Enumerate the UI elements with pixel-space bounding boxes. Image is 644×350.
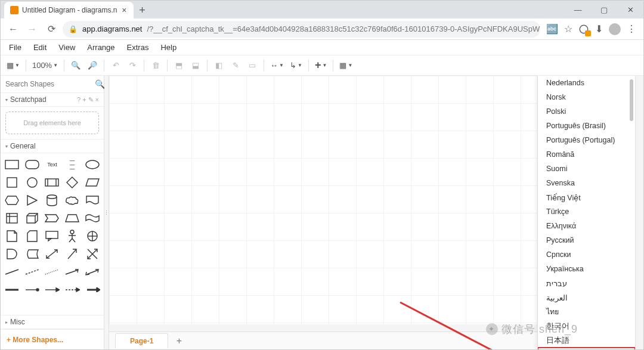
shape-line-dashed[interactable] (23, 264, 41, 280)
shape-or[interactable] (83, 228, 101, 244)
shape-actor[interactable] (63, 228, 81, 244)
reload-button[interactable]: ⟳ (44, 21, 59, 37)
close-tab-icon[interactable]: × (120, 7, 128, 14)
zoom-dropdown[interactable]: 100%▼ (30, 58, 60, 73)
menu-view[interactable]: View (54, 41, 80, 54)
to-front-button[interactable]: ⬒ (171, 58, 187, 73)
shape-step[interactable] (44, 210, 61, 226)
shape-cloud[interactable] (63, 193, 81, 208)
help-icon[interactable]: ? (77, 96, 80, 103)
shape-and[interactable] (3, 246, 21, 262)
shape-square[interactable] (3, 175, 21, 190)
new-tab-button[interactable]: + (134, 2, 150, 18)
undo-button[interactable]: ↶ (108, 58, 123, 73)
shape-arrow-thin[interactable] (63, 264, 81, 280)
shape-internal[interactable] (3, 210, 21, 226)
shape-textbox[interactable]: ━━━━━━ (63, 157, 81, 172)
delete-button[interactable]: 🗑 (148, 58, 163, 73)
shape-document[interactable] (83, 193, 101, 208)
shape-conn-2[interactable] (23, 282, 41, 298)
shape-arrow-both[interactable] (83, 264, 101, 280)
lang-item[interactable]: Nederlands (538, 76, 635, 90)
lang-item[interactable]: Tiếng Việt (538, 190, 635, 205)
lang-item[interactable]: العربية (538, 290, 635, 305)
shape-conn-5[interactable] (83, 282, 101, 298)
lang-item[interactable]: Português (Brasil) (538, 119, 635, 133)
shape-trapezoid[interactable] (63, 210, 81, 226)
download-icon[interactable]: ⬇ (595, 23, 603, 35)
search-shapes-input[interactable] (5, 80, 95, 88)
view-mode-button[interactable]: ▦▼ (4, 58, 22, 73)
browser-tab[interactable]: Untitled Diagram - diagrams.n × (4, 2, 134, 18)
to-back-button[interactable]: ⬓ (188, 58, 203, 73)
shape-conn-1[interactable] (3, 282, 21, 298)
shape-arrow-bi[interactable] (44, 246, 61, 262)
lang-item[interactable]: Svenska (538, 176, 635, 190)
lang-item[interactable]: עברית (538, 276, 635, 290)
fill-color-button[interactable]: ◧ (211, 58, 227, 73)
language-scrollbar[interactable] (630, 79, 633, 121)
table-button[interactable]: ▦▼ (337, 58, 355, 73)
shadow-button[interactable]: ▭ (244, 58, 260, 73)
minimize-button[interactable]: — (565, 1, 591, 18)
right-scroll-strip[interactable] (635, 76, 643, 349)
lang-item[interactable]: Português (Portugal) (538, 133, 635, 147)
edit-icon[interactable]: ✎ (88, 96, 94, 104)
shape-note[interactable] (3, 228, 21, 244)
lang-item[interactable]: Ελληνικά (538, 219, 635, 233)
close-window-button[interactable]: ✕ (617, 1, 643, 18)
add-page-button[interactable]: + (171, 336, 187, 346)
lang-item[interactable]: ไทย (538, 305, 635, 319)
lang-item[interactable]: Русский (538, 233, 635, 247)
shape-conn-4[interactable] (63, 282, 81, 298)
zoom-in-button[interactable]: 🔍 (68, 58, 83, 73)
scratchpad-dropzone[interactable]: Drag elements here (5, 111, 99, 134)
menu-help[interactable]: Help (156, 41, 181, 54)
shape-cylinder[interactable] (44, 193, 61, 208)
shape-parallelogram[interactable] (83, 175, 101, 190)
extension-icon[interactable] (578, 24, 589, 35)
shape-diamond[interactable] (63, 175, 81, 190)
shape-rect[interactable] (3, 157, 21, 172)
lang-item[interactable]: Српски (538, 247, 635, 262)
waypoint-button[interactable]: ↳▼ (287, 58, 305, 73)
shape-arrow-cross[interactable] (83, 246, 101, 262)
shape-rounded[interactable] (23, 157, 41, 172)
shape-circle[interactable] (23, 175, 41, 190)
shape-datastore[interactable] (23, 246, 41, 262)
lang-item[interactable]: Norsk (538, 90, 635, 104)
general-header[interactable]: ▾ General (1, 140, 104, 153)
shape-process[interactable] (44, 175, 61, 190)
line-color-button[interactable]: ✎ (228, 58, 243, 73)
menu-arrange[interactable]: Arrange (82, 41, 119, 54)
menu-edit[interactable]: Edit (29, 41, 51, 54)
close-icon[interactable]: × (95, 96, 99, 103)
lang-item[interactable]: Română (538, 147, 635, 162)
shape-cube[interactable] (23, 210, 41, 226)
shape-line-solid[interactable] (3, 264, 21, 280)
shape-hexagon[interactable] (3, 193, 21, 208)
shape-line-dotted[interactable] (44, 264, 61, 280)
back-button[interactable]: ← (5, 21, 21, 37)
menu-file[interactable]: File (4, 41, 26, 54)
menu-extras[interactable]: Extras (122, 41, 154, 54)
lang-item[interactable]: Suomi (538, 162, 635, 176)
shape-triangle[interactable] (23, 193, 41, 208)
more-shapes-button[interactable]: + More Shapes... (1, 329, 104, 349)
translate-icon[interactable]: 🔤 (546, 23, 558, 35)
kebab-menu-icon[interactable]: ⋮ (627, 23, 636, 35)
shape-arrow-up[interactable] (63, 246, 81, 262)
redo-button[interactable]: ↷ (125, 58, 140, 73)
shape-text[interactable]: Text (44, 157, 61, 172)
shape-ellipse[interactable] (83, 157, 101, 172)
maximize-button[interactable]: ▢ (591, 1, 617, 18)
misc-header[interactable]: ▸ Misc (1, 315, 104, 329)
search-icon[interactable]: 🔍 (95, 79, 105, 89)
connection-button[interactable]: ↔▼ (268, 58, 286, 73)
add-icon[interactable]: + (82, 96, 86, 103)
collapse-sidebar-handle[interactable]: ⋮ (104, 76, 109, 349)
lang-item-selected[interactable]: 简体中文 (538, 348, 635, 349)
forward-button[interactable]: → (24, 21, 40, 37)
insert-button[interactable]: +▼ (312, 58, 329, 73)
lang-item[interactable]: Türkçe (538, 205, 635, 219)
